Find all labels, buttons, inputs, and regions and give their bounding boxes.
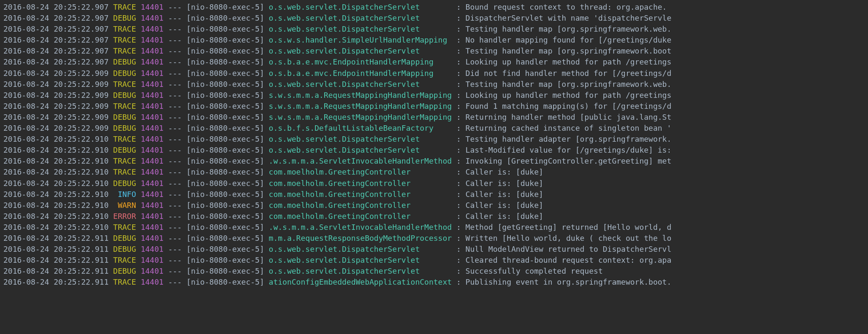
- log-timestamp: 2016-08-24 20:25:22.911: [3, 245, 108, 253]
- log-separator: ---: [168, 256, 182, 264]
- log-message: Testing handler adapter [org.springframe…: [466, 135, 672, 143]
- log-message: Caller is: [duke]: [466, 201, 543, 210]
- log-level: DEBUG: [113, 267, 136, 275]
- log-line: 2016-08-24 20:25:22.911 DEBUG 14401 --- …: [3, 266, 865, 277]
- log-thread: [nio-8080-exec-5]: [187, 223, 264, 232]
- log-level: DEBUG: [113, 245, 136, 253]
- log-thread: [nio-8080-exec-5]: [187, 277, 264, 286]
- log-separator: ---: [168, 145, 182, 154]
- log-logger: com.moelholm.GreetingController: [269, 179, 452, 188]
- log-logger: o.s.web.servlet.DispatcherServlet: [269, 245, 452, 253]
- log-timestamp: 2016-08-24 20:25:22.911: [3, 234, 108, 242]
- log-line: 2016-08-24 20:25:22.907 DEBUG 14401 --- …: [3, 57, 865, 67]
- log-line: 2016-08-24 20:25:22.909 DEBUG 14401 --- …: [3, 68, 865, 79]
- log-line: 2016-08-24 20:25:22.907 TRACE 14401 --- …: [3, 2, 865, 13]
- log-thread: [nio-8080-exec-5]: [187, 24, 264, 33]
- log-thread: [nio-8080-exec-5]: [187, 179, 264, 188]
- log-level: ERROR: [113, 212, 136, 221]
- log-message: Method [getGreeting] returned [Hello wor…: [466, 223, 672, 232]
- log-colon: :: [456, 145, 461, 154]
- log-pid: 14401: [141, 267, 163, 275]
- log-colon: :: [456, 24, 461, 33]
- log-separator: ---: [168, 113, 182, 121]
- log-message: Testing handler map [org.springframework…: [466, 24, 672, 33]
- log-level: TRACE: [113, 156, 136, 165]
- log-timestamp: 2016-08-24 20:25:22.909: [3, 102, 108, 110]
- log-level: TRACE: [113, 102, 136, 110]
- log-colon: :: [456, 91, 461, 100]
- log-thread: [nio-8080-exec-5]: [187, 212, 264, 221]
- log-message: No handler mapping found for [/greetings…: [466, 35, 672, 44]
- log-timestamp: 2016-08-24 20:25:22.911: [3, 267, 108, 275]
- log-separator: ---: [168, 69, 182, 78]
- log-logger: o.s.web.servlet.DispatcherServlet: [269, 267, 452, 275]
- log-message: Successfully completed request: [466, 267, 603, 275]
- log-colon: :: [456, 35, 461, 44]
- log-level: DEBUG: [113, 13, 136, 22]
- log-timestamp: 2016-08-24 20:25:22.907: [3, 46, 108, 55]
- log-colon: :: [456, 57, 461, 66]
- log-colon: :: [456, 256, 461, 264]
- log-logger: o.s.web.servlet.DispatcherServlet: [269, 24, 452, 33]
- log-pid: 14401: [141, 113, 163, 121]
- log-line: 2016-08-24 20:25:22.910 DEBUG 14401 --- …: [3, 178, 865, 189]
- log-thread: [nio-8080-exec-5]: [187, 35, 264, 44]
- log-logger: s.w.s.m.m.a.RequestMappingHandlerMapping: [269, 102, 452, 110]
- log-separator: ---: [168, 57, 182, 66]
- log-colon: :: [456, 102, 461, 110]
- log-colon: :: [456, 179, 461, 188]
- log-thread: [nio-8080-exec-5]: [187, 13, 264, 22]
- log-level: TRACE: [113, 80, 136, 89]
- log-message: Caller is: [duke]: [466, 179, 543, 188]
- log-message: Returning cached instance of singleton b…: [466, 124, 672, 132]
- log-pid: 14401: [141, 212, 163, 221]
- log-level: DEBUG: [113, 57, 136, 66]
- log-separator: ---: [168, 3, 182, 11]
- log-pid: 14401: [141, 145, 163, 154]
- log-pid: 14401: [141, 156, 163, 165]
- log-thread: [nio-8080-exec-5]: [187, 156, 264, 165]
- log-level: DEBUG: [113, 113, 136, 121]
- log-pid: 14401: [141, 223, 163, 232]
- log-level: TRACE: [113, 35, 136, 44]
- log-timestamp: 2016-08-24 20:25:22.909: [3, 80, 108, 89]
- log-colon: :: [456, 223, 461, 232]
- log-logger: s.w.s.m.m.a.RequestMappingHandlerMapping: [269, 113, 452, 121]
- log-thread: [nio-8080-exec-5]: [187, 135, 264, 143]
- log-separator: ---: [168, 190, 182, 199]
- log-timestamp: 2016-08-24 20:25:22.907: [3, 24, 108, 33]
- log-timestamp: 2016-08-24 20:25:22.909: [3, 91, 108, 100]
- log-colon: :: [456, 167, 461, 176]
- log-logger: o.s.web.servlet.DispatcherServlet: [269, 46, 452, 55]
- log-thread: [nio-8080-exec-5]: [187, 201, 264, 210]
- log-colon: :: [456, 234, 461, 242]
- log-output: 2016-08-24 20:25:22.907 TRACE 14401 --- …: [3, 2, 865, 288]
- log-line: 2016-08-24 20:25:22.907 TRACE 14401 --- …: [3, 46, 865, 57]
- log-logger: o.s.web.servlet.DispatcherServlet: [269, 13, 452, 22]
- log-logger: o.s.web.servlet.DispatcherServlet: [269, 80, 452, 89]
- log-logger: com.moelholm.GreetingController: [269, 190, 452, 199]
- log-thread: [nio-8080-exec-5]: [187, 46, 264, 55]
- log-timestamp: 2016-08-24 20:25:22.907: [3, 35, 108, 44]
- log-line: 2016-08-24 20:25:22.911 TRACE 14401 --- …: [3, 255, 865, 266]
- log-message: Testing handler map [org.springframework…: [466, 80, 672, 89]
- log-colon: :: [456, 190, 461, 199]
- log-timestamp: 2016-08-24 20:25:22.910: [3, 145, 108, 154]
- log-timestamp: 2016-08-24 20:25:22.909: [3, 69, 108, 78]
- log-separator: ---: [168, 91, 182, 100]
- log-timestamp: 2016-08-24 20:25:22.910: [3, 201, 108, 210]
- log-level: DEBUG: [113, 179, 136, 188]
- log-thread: [nio-8080-exec-5]: [187, 57, 264, 66]
- log-message: Cleared thread-bound request context: or…: [466, 256, 672, 264]
- log-pid: 14401: [141, 102, 163, 110]
- log-thread: [nio-8080-exec-5]: [187, 80, 264, 89]
- log-line: 2016-08-24 20:25:22.910 TRACE 14401 --- …: [3, 134, 865, 145]
- log-colon: :: [456, 124, 461, 132]
- log-pid: 14401: [141, 3, 163, 11]
- log-level: DEBUG: [113, 234, 136, 242]
- log-logger: o.s.web.servlet.DispatcherServlet: [269, 3, 452, 11]
- log-colon: :: [456, 245, 461, 253]
- log-message: Caller is: [duke]: [466, 190, 543, 199]
- log-thread: [nio-8080-exec-5]: [187, 256, 264, 264]
- log-timestamp: 2016-08-24 20:25:22.907: [3, 57, 108, 66]
